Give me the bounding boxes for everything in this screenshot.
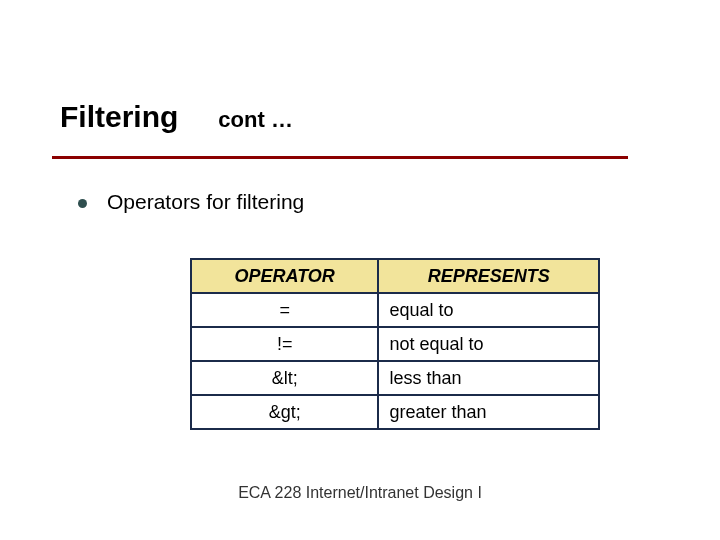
- table-row: &lt; less than: [191, 361, 599, 395]
- cell-represents: not equal to: [378, 327, 599, 361]
- cell-represents: equal to: [378, 293, 599, 327]
- footer: ECA 228 Internet/Intranet Design I: [0, 484, 720, 502]
- title-row: Filtering cont …: [60, 100, 293, 134]
- bullet-text: Operators for filtering: [107, 190, 304, 214]
- cell-operator: &lt;: [191, 361, 378, 395]
- title-main: Filtering: [60, 100, 178, 134]
- table-row: = equal to: [191, 293, 599, 327]
- header-operator: OPERATOR: [191, 259, 378, 293]
- table-row: &gt; greater than: [191, 395, 599, 429]
- operators-table: OPERATOR REPRESENTS = equal to != not eq…: [190, 258, 600, 430]
- table-row: != not equal to: [191, 327, 599, 361]
- bullet-row: Operators for filtering: [78, 190, 304, 214]
- cell-represents: greater than: [378, 395, 599, 429]
- slide: Filtering cont … Operators for filtering…: [0, 0, 720, 540]
- title-sub: cont …: [218, 107, 293, 133]
- cell-operator: =: [191, 293, 378, 327]
- cell-operator: &gt;: [191, 395, 378, 429]
- footer-text: ECA 228 Internet/Intranet Design I: [238, 484, 482, 501]
- cell-operator: !=: [191, 327, 378, 361]
- table: OPERATOR REPRESENTS = equal to != not eq…: [190, 258, 600, 430]
- table-header-row: OPERATOR REPRESENTS: [191, 259, 599, 293]
- cell-represents: less than: [378, 361, 599, 395]
- header-represents: REPRESENTS: [378, 259, 599, 293]
- bullet-dot-icon: [78, 199, 87, 208]
- accent-line: [52, 156, 628, 159]
